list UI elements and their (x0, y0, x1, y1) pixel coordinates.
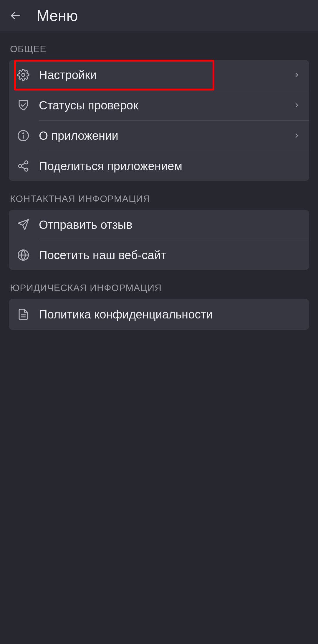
document-icon (17, 308, 29, 321)
svg-point-4 (23, 133, 24, 134)
menu-item-settings[interactable]: Настройки (9, 60, 309, 90)
chevron-right-icon (293, 101, 301, 109)
menu-item-label: О приложении (39, 128, 293, 143)
shield-check-icon (17, 99, 29, 111)
menu-item-label: Политика конфиденциальности (39, 307, 301, 322)
menu-item-label: Отправить отзыв (39, 217, 301, 232)
menu-item-privacy[interactable]: Политика конфиденциальности (9, 299, 309, 330)
content: ОБЩЕЕ Настройки Статусы проверок (0, 31, 318, 330)
info-icon (17, 129, 29, 142)
menu-item-label: Настройки (39, 68, 293, 82)
menu-item-label: Поделиться приложением (39, 159, 301, 173)
back-button[interactable] (8, 9, 22, 23)
arrow-left-icon (9, 10, 21, 22)
menu-item-label: Посетить наш веб-сайт (39, 248, 301, 262)
share-icon (17, 160, 29, 172)
svg-line-9 (21, 167, 25, 169)
globe-icon (17, 249, 29, 261)
card-general: Настройки Статусы проверок (9, 60, 309, 181)
section-header-general: ОБЩЕЕ (9, 31, 309, 60)
page-title: Меню (37, 7, 78, 24)
section-header-legal: ЮРИДИЧЕСКАЯ ИНФОРМАЦИЯ (9, 270, 309, 299)
card-legal: Политика конфиденциальности (9, 299, 309, 330)
svg-line-8 (21, 163, 25, 165)
chevron-right-icon (293, 132, 301, 140)
menu-item-label: Статусы проверок (39, 98, 293, 113)
gear-icon (17, 69, 29, 81)
menu-item-share[interactable]: Поделиться приложением (9, 151, 309, 181)
send-icon (17, 218, 29, 231)
app-header: Меню (0, 0, 318, 31)
svg-point-1 (22, 73, 25, 77)
menu-item-feedback[interactable]: Отправить отзыв (9, 210, 309, 240)
menu-item-website[interactable]: Посетить наш веб-сайт (9, 240, 309, 270)
section-header-contact: КОНТАКТНАЯ ИНФОРМАЦИЯ (9, 181, 309, 210)
menu-item-check-statuses[interactable]: Статусы проверок (9, 90, 309, 120)
card-contact: Отправить отзыв Посетить наш веб-сайт (9, 210, 309, 270)
menu-item-about[interactable]: О приложении (9, 121, 309, 151)
chevron-right-icon (293, 71, 301, 79)
